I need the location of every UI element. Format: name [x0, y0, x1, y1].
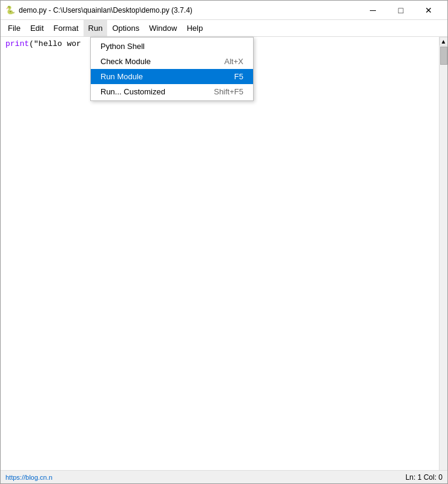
title-bar-controls: ─ □ ✕ [359, 1, 443, 20]
status-right-text: Ln: 1 Col: 0 [406, 473, 443, 482]
title-bar: 🐍 demo.py - C:\Users\quainlan\Desktop\de… [1, 1, 447, 20]
menu-run[interactable]: Run [84, 20, 108, 36]
menu-help[interactable]: Help [182, 20, 208, 36]
menu-run-customized[interactable]: Run... Customized Shift+F5 [91, 84, 253, 99]
vertical-scrollbar[interactable]: ▲ [439, 37, 447, 470]
menu-run-module[interactable]: Run Module F5 [91, 69, 253, 84]
python-shell-label: Python Shell [100, 42, 145, 51]
scroll-thumb[interactable] [440, 47, 447, 65]
menu-format[interactable]: Format [48, 20, 83, 36]
window-title: demo.py - C:\Users\quainlan\Desktop\demo… [19, 6, 193, 15]
scroll-up-arrow[interactable]: ▲ [440, 37, 448, 45]
run-customized-label: Run... Customized [100, 87, 165, 96]
title-bar-left: 🐍 demo.py - C:\Users\quainlan\Desktop\de… [5, 5, 193, 15]
menu-bar: File Edit Format Run Options Window Help… [1, 20, 447, 37]
run-dropdown-menu: Python Shell Check Module Alt+X Run Modu… [90, 37, 254, 101]
run-customized-shortcut: Shift+F5 [214, 87, 243, 96]
code-print-args: ("hello wor [29, 39, 81, 48]
status-left-text: https://blog.cn.n [5, 474, 53, 481]
app-icon: 🐍 [5, 5, 15, 15]
menu-python-shell[interactable]: Python Shell [91, 39, 253, 54]
editor-content[interactable]: print("hello wor [1, 37, 439, 470]
run-module-shortcut: F5 [234, 72, 243, 81]
menu-file[interactable]: File [3, 20, 25, 36]
maximize-button[interactable]: □ [387, 1, 415, 20]
editor-area[interactable]: print("hello wor ▲ [1, 37, 447, 470]
menu-window[interactable]: Window [144, 20, 182, 36]
code-print-function: print [5, 39, 29, 48]
window: 🐍 demo.py - C:\Users\quainlan\Desktop\de… [0, 0, 448, 484]
check-module-label: Check Module [100, 57, 151, 66]
menu-check-module[interactable]: Check Module Alt+X [91, 54, 253, 69]
menu-edit[interactable]: Edit [25, 20, 48, 36]
minimize-button[interactable]: ─ [359, 1, 387, 20]
run-module-label: Run Module [100, 72, 143, 81]
menu-options[interactable]: Options [107, 20, 144, 36]
check-module-shortcut: Alt+X [225, 57, 243, 66]
status-bar: https://blog.cn.n Ln: 1 Col: 0 [1, 470, 447, 483]
close-button[interactable]: ✕ [415, 1, 443, 20]
